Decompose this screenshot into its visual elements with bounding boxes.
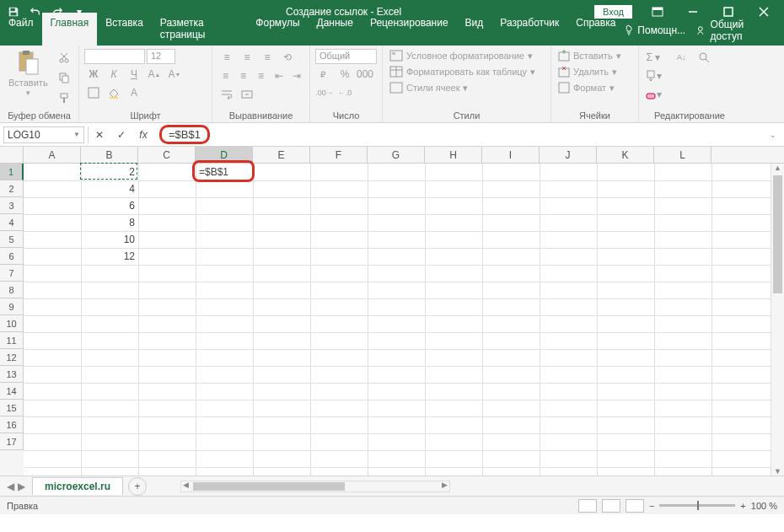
page-break-view-icon[interactable] <box>626 499 644 513</box>
row-header[interactable]: 14 <box>0 383 24 400</box>
horizontal-scrollbar[interactable]: ◀ ▶ <box>180 481 450 492</box>
insert-cells-button[interactable]: Вставить ▾ <box>556 49 633 62</box>
decrease-indent-icon[interactable]: ⇤ <box>271 67 287 84</box>
format-painter-icon[interactable] <box>55 89 73 106</box>
row-header[interactable]: 3 <box>0 197 24 214</box>
row-header[interactable]: 2 <box>0 180 24 197</box>
autosum-icon[interactable]: Σ ▾ <box>644 49 663 66</box>
font-size-combo[interactable]: 12 <box>147 49 175 64</box>
row-header[interactable]: 5 <box>0 231 24 248</box>
sheet-nav-prev-icon[interactable]: ◀ <box>7 481 14 492</box>
font-family-combo[interactable] <box>84 49 145 64</box>
comma-icon[interactable]: 000 <box>356 66 374 83</box>
align-left-icon[interactable]: ≡ <box>217 67 234 84</box>
tell-me[interactable]: Помощн... <box>624 24 685 36</box>
sheet-nav-next-icon[interactable]: ▶ <box>18 481 25 492</box>
align-bottom-icon[interactable]: ≡ <box>258 49 277 66</box>
cell[interactable]: 10 <box>81 231 138 248</box>
row-header[interactable]: 15 <box>0 400 24 416</box>
align-middle-icon[interactable]: ≡ <box>238 49 256 66</box>
page-layout-view-icon[interactable] <box>602 499 620 513</box>
cell[interactable]: 6 <box>81 197 138 214</box>
percent-icon[interactable]: % <box>336 66 354 83</box>
ribbon-tab[interactable]: Вставка <box>97 13 152 46</box>
column-header[interactable]: J <box>540 147 597 163</box>
cell[interactable]: 8 <box>81 214 138 231</box>
ribbon-tab[interactable]: Формулы <box>247 13 308 46</box>
format-as-table-button[interactable]: Форматировать как таблицу ▾ <box>388 65 545 78</box>
row-header[interactable]: 1 <box>0 164 24 180</box>
delete-cells-button[interactable]: Удалить ▾ <box>556 65 633 78</box>
zoom-in-icon[interactable]: + <box>740 501 745 511</box>
select-all-corner[interactable] <box>0 147 24 163</box>
align-center-icon[interactable]: ≡ <box>235 67 251 84</box>
increase-indent-icon[interactable]: ⇥ <box>288 67 304 84</box>
zoom-out-icon[interactable]: − <box>649 501 654 511</box>
row-header[interactable]: 11 <box>0 332 24 349</box>
insert-function-icon[interactable]: fx <box>132 126 154 144</box>
decrease-decimal-icon[interactable]: ←.0 <box>336 84 354 101</box>
paste-button[interactable]: Вставить ▼ <box>5 49 51 109</box>
column-header[interactable]: L <box>654 147 712 163</box>
ribbon-tab[interactable]: Файл <box>0 13 42 46</box>
row-header[interactable]: 8 <box>0 282 24 298</box>
bold-icon[interactable]: Ж <box>84 66 103 83</box>
ribbon-tab[interactable]: Главная <box>42 13 98 46</box>
decrease-font-icon[interactable]: A▼ <box>165 66 184 83</box>
spreadsheet-grid[interactable]: ABCDEFGHIJKL 1234567891011121314151617 2… <box>0 147 784 476</box>
row-header[interactable]: 6 <box>0 248 24 265</box>
column-header[interactable]: E <box>253 147 310 163</box>
row-header[interactable]: 9 <box>0 298 24 315</box>
increase-decimal-icon[interactable]: .00→ <box>315 84 334 101</box>
ribbon-tab[interactable]: Разметка страницы <box>152 13 248 46</box>
fill-color-icon[interactable] <box>105 84 123 101</box>
row-header[interactable]: 13 <box>0 366 24 383</box>
formula-input[interactable]: =$B$1 <box>154 123 762 146</box>
row-header[interactable]: 12 <box>0 349 24 366</box>
share-button[interactable]: Общий доступ <box>697 19 776 42</box>
clear-icon[interactable]: ▾ <box>644 86 663 103</box>
row-header[interactable]: 10 <box>0 315 24 332</box>
merge-icon[interactable] <box>238 86 256 103</box>
cell[interactable]: 4 <box>81 180 138 197</box>
row-header[interactable]: 16 <box>0 416 24 433</box>
cell-styles-button[interactable]: Стили ячеек ▾ <box>388 81 545 94</box>
column-header[interactable]: I <box>482 147 540 163</box>
font-color-icon[interactable]: A <box>125 84 143 101</box>
column-header[interactable]: F <box>310 147 368 163</box>
cell[interactable]: 12 <box>81 248 138 265</box>
expand-formula-bar-icon[interactable]: ⌄ <box>762 126 784 144</box>
find-icon[interactable] <box>695 49 713 66</box>
fill-icon[interactable]: ▾ <box>644 67 663 84</box>
conditional-format-button[interactable]: Условное форматирование ▾ <box>388 49 545 62</box>
align-right-icon[interactable]: ≡ <box>253 67 269 84</box>
add-sheet-icon[interactable]: + <box>128 477 147 496</box>
column-header[interactable]: K <box>597 147 654 163</box>
row-header[interactable]: 7 <box>0 265 24 282</box>
normal-view-icon[interactable] <box>578 499 597 513</box>
borders-icon[interactable] <box>84 84 103 101</box>
ribbon-tab[interactable]: Рецензирование <box>362 13 457 46</box>
column-header[interactable]: G <box>368 147 425 163</box>
wrap-text-icon[interactable] <box>217 86 236 103</box>
italic-icon[interactable]: К <box>105 66 123 83</box>
sort-filter-icon[interactable]: A↓ <box>674 49 693 66</box>
row-header[interactable]: 4 <box>0 214 24 231</box>
ribbon-tab[interactable]: Вид <box>457 13 492 46</box>
column-header[interactable]: B <box>81 147 138 163</box>
column-header[interactable]: H <box>425 147 482 163</box>
number-format-combo[interactable]: Общий <box>315 49 377 64</box>
orientation-icon[interactable]: ⟲ <box>278 49 297 66</box>
align-top-icon[interactable]: ≡ <box>217 49 236 66</box>
currency-icon[interactable]: ₽ <box>315 66 334 83</box>
cancel-formula-icon[interactable]: ✕ <box>89 126 110 144</box>
column-header[interactable]: A <box>24 147 81 163</box>
cut-icon[interactable] <box>55 49 73 66</box>
zoom-slider[interactable] <box>659 504 735 507</box>
column-header[interactable]: C <box>138 147 196 163</box>
copy-icon[interactable] <box>55 69 73 86</box>
ribbon-tab[interactable]: Разработчик <box>491 13 567 46</box>
vertical-scrollbar[interactable]: ▲ ▼ <box>771 164 784 476</box>
enter-formula-icon[interactable]: ✓ <box>110 126 132 144</box>
ribbon-tab[interactable]: Данные <box>309 13 362 46</box>
